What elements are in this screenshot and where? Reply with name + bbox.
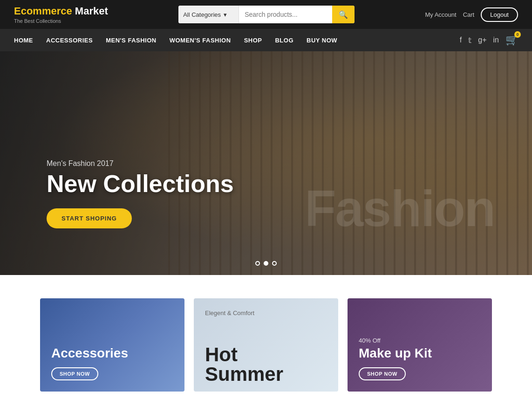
hero-title: New Collections	[47, 171, 234, 197]
slider-dot-1[interactable]	[255, 261, 260, 266]
nav-item-shop[interactable]: SHOP	[244, 36, 262, 44]
twitter-icon[interactable]: 𝕥	[468, 36, 471, 45]
summer-label: Elegent & Comfort	[205, 310, 254, 316]
nav-link-womens-fashion[interactable]: WOMEN'S FASHION	[170, 37, 231, 44]
search-bar: All Categories ▾ 🔍	[178, 6, 355, 23]
search-icon: 🔍	[339, 11, 348, 19]
nav-link-buy-now[interactable]: BUY NOW	[307, 37, 337, 44]
nav-item-womens-fashion[interactable]: WOMEN'S FASHION	[170, 36, 231, 44]
makeup-discount-label: 40% Off	[359, 337, 432, 344]
linkedin-icon[interactable]: in	[493, 36, 499, 44]
accessories-shop-button[interactable]: SHOP NOW	[51, 367, 98, 380]
facebook-icon[interactable]: f	[460, 36, 462, 44]
hero-bg-text: Fashion	[305, 179, 495, 238]
logo-ecommerce: Ecommerce	[14, 5, 72, 17]
google-plus-icon[interactable]: g+	[478, 36, 486, 44]
nav-link-mens-fashion[interactable]: MEN'S FASHION	[106, 37, 157, 44]
makeup-title: Make up Kit	[359, 346, 432, 361]
top-right-actions: My Account Cart Logout	[425, 7, 518, 22]
nav-link-blog[interactable]: BLOG	[275, 37, 293, 44]
nav-link-accessories[interactable]: ACCESSORIES	[46, 37, 93, 44]
logo-text: Ecommerce Market	[14, 5, 108, 17]
promo-card-summer: Elegent & Comfort HotSummer	[194, 298, 338, 392]
logo-tagline: The Best Collections	[14, 18, 108, 24]
cart-link[interactable]: Cart	[463, 11, 475, 18]
makeup-card-content: 40% Off Make up Kit SHOP NOW	[359, 337, 432, 380]
promo-section: Accessories SHOP NOW Elegent & Comfort H…	[0, 275, 532, 392]
nav-link-home[interactable]: HOME	[14, 37, 33, 44]
summer-title: HotSummer	[205, 345, 283, 384]
summer-top-content: Elegent & Comfort	[205, 310, 254, 318]
cart-icon-wrapper[interactable]: 🛒 0	[505, 34, 518, 46]
summer-bottom-content: HotSummer	[205, 345, 283, 384]
accessories-title: Accessories	[51, 346, 128, 361]
hero-subtitle: Men's Fashion 2017	[47, 159, 234, 168]
makeup-shop-button[interactable]: SHOP NOW	[359, 367, 406, 380]
dropdown-arrow-icon: ▾	[224, 11, 227, 18]
hero-slider: Men's Fashion 2017 New Collections START…	[0, 51, 532, 275]
category-dropdown[interactable]: All Categories ▾	[178, 6, 239, 23]
search-input[interactable]	[239, 11, 332, 18]
social-links: f 𝕥 g+ in 🛒 0	[460, 34, 518, 46]
nav-item-blog[interactable]: BLOG	[275, 36, 293, 44]
hero-content: Men's Fashion 2017 New Collections START…	[47, 159, 234, 228]
promo-card-makeup: 40% Off Make up Kit SHOP NOW	[348, 298, 492, 392]
slider-dots	[255, 261, 277, 266]
promo-card-accessories: Accessories SHOP NOW	[40, 298, 184, 392]
nav-item-buy-now[interactable]: BUY NOW	[307, 36, 337, 44]
cart-badge: 0	[514, 31, 521, 38]
logo: Ecommerce Market The Best Collections	[14, 5, 108, 24]
slider-dot-3[interactable]	[272, 261, 277, 266]
accessories-card-content: Accessories SHOP NOW	[51, 346, 128, 380]
logout-button[interactable]: Logout	[481, 7, 518, 22]
nav-link-shop[interactable]: SHOP	[244, 37, 262, 44]
search-button[interactable]: 🔍	[332, 6, 355, 23]
my-account-link[interactable]: My Account	[425, 11, 456, 18]
nav-item-accessories[interactable]: ACCESSORIES	[46, 36, 93, 44]
slider-dot-2[interactable]	[264, 261, 268, 266]
logo-market: Market	[72, 5, 108, 17]
nav-bar: HOME ACCESSORIES MEN'S FASHION WOMEN'S F…	[0, 29, 532, 51]
top-bar: Ecommerce Market The Best Collections Al…	[0, 0, 532, 29]
nav-links: HOME ACCESSORIES MEN'S FASHION WOMEN'S F…	[14, 36, 337, 44]
nav-item-home[interactable]: HOME	[14, 36, 33, 44]
nav-item-mens-fashion[interactable]: MEN'S FASHION	[106, 36, 157, 44]
start-shopping-button[interactable]: START SHOPING	[47, 208, 132, 228]
category-label: All Categories	[183, 11, 221, 18]
